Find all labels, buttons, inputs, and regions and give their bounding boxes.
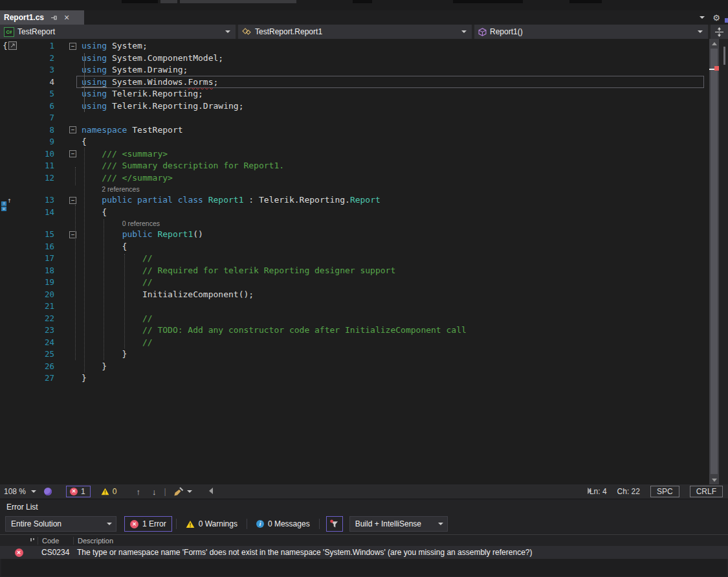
- code-line-15[interactable]: 15 public Report1(): [0, 229, 709, 241]
- code-column-header[interactable]: Code: [38, 537, 73, 545]
- chevron-down-icon[interactable]: [187, 490, 192, 493]
- zoom-level-select[interactable]: 108 %: [4, 487, 36, 496]
- tab-report1cs[interactable]: Report1.cs ×: [0, 10, 84, 25]
- error-row[interactable]: ✕CS0234The type or namespace name 'Forms…: [0, 546, 728, 559]
- code-line-4[interactable]: 4using System.Windows.Forms;: [0, 76, 709, 89]
- health-indicator-icon[interactable]: [44, 488, 52, 495]
- fold-margin: [54, 289, 82, 301]
- code-text: }: [82, 361, 709, 373]
- messages-toggle-button[interactable]: i 0 Messages: [251, 516, 315, 532]
- code-line-14[interactable]: 14 {: [0, 207, 709, 219]
- project-dropdown[interactable]: C# TestReport: [0, 25, 236, 39]
- warning-icon: [101, 488, 109, 495]
- gear-icon[interactable]: ⚙: [712, 14, 720, 22]
- code-text: //: [82, 313, 709, 325]
- code-line-20[interactable]: 20 InitializeComponent();: [0, 289, 709, 301]
- code-line-21[interactable]: 21: [0, 300, 709, 313]
- member-dropdown[interactable]: Report1(): [474, 25, 708, 39]
- hscroll-left-icon[interactable]: [209, 487, 213, 496]
- inheritance-margin-icon[interactable]: Io↑: [0, 194, 14, 207]
- filter-icon: [329, 519, 339, 528]
- prev-error-icon[interactable]: ↑: [136, 487, 140, 497]
- description-column-header[interactable]: Description: [73, 537, 728, 545]
- code-line-8[interactable]: 8namespace TestReport: [0, 124, 709, 137]
- code-line-13[interactable]: Io↑13 public partial class Report1 : Tel…: [0, 194, 709, 207]
- fold-toggle[interactable]: [69, 43, 76, 50]
- fold-toggle[interactable]: [69, 197, 76, 204]
- code-line-19[interactable]: 19 //: [0, 277, 709, 289]
- glyph-margin: [0, 160, 14, 172]
- code-line-11[interactable]: 11 /// Summary description for Report1.: [0, 160, 709, 172]
- scope-dropdown[interactable]: Entire Solution: [5, 516, 116, 532]
- code-line-25[interactable]: 25 }: [0, 348, 709, 361]
- line-number: 9: [14, 136, 54, 148]
- error-count-button[interactable]: ✕ 1: [66, 486, 91, 497]
- fold-margin: [54, 348, 82, 361]
- code-line-2[interactable]: 2using System.ComponentModel;: [0, 52, 709, 65]
- warning-count: 0: [113, 487, 117, 496]
- fold-toggle[interactable]: [69, 126, 76, 133]
- close-icon[interactable]: ×: [64, 14, 69, 21]
- glyph-margin: [0, 277, 14, 289]
- code-line-22[interactable]: 22 //: [0, 313, 709, 325]
- fold-margin: [54, 277, 82, 289]
- code-line-26[interactable]: 26 }: [0, 361, 709, 373]
- type-dropdown[interactable]: TestReport.Report1: [238, 25, 472, 39]
- line-number: 21: [14, 300, 54, 313]
- vertical-scrollbar[interactable]: [709, 39, 719, 484]
- fold-toggle[interactable]: [69, 150, 76, 157]
- scrollbar-down-icon[interactable]: [709, 475, 719, 484]
- filter-mode-dropdown[interactable]: Build + IntelliSense: [349, 516, 448, 532]
- code-line-10[interactable]: 10 /// <summary>: [0, 148, 709, 161]
- code-text: //: [82, 277, 709, 289]
- code-line-3[interactable]: 3using System.Drawing;: [0, 64, 709, 76]
- indent-guide: [104, 220, 104, 360]
- code-line-18[interactable]: 18 // Required for telerik Reporting des…: [0, 265, 709, 277]
- tab-list-chevron-down-icon[interactable]: [700, 16, 705, 19]
- errors-toggle-button[interactable]: ✕ 1 Error: [124, 516, 172, 532]
- fold-margin: [54, 300, 82, 313]
- warning-count-button[interactable]: 0: [101, 487, 117, 496]
- pin-icon[interactable]: [50, 14, 58, 21]
- code-line-6[interactable]: 6using Telerik.Reporting.Drawing;: [0, 100, 709, 113]
- class-icon: [242, 28, 252, 36]
- scrollbar-thumb[interactable]: [711, 49, 718, 474]
- code-editor[interactable]: {1using System;2using System.ComponentMo…: [0, 39, 728, 484]
- code-line-27[interactable]: 27}: [0, 372, 709, 385]
- code-cleanup-icon[interactable]: [173, 487, 184, 496]
- split-editor-button[interactable]: [711, 25, 728, 39]
- code-line-5[interactable]: 5using Telerik.Reporting;: [0, 88, 709, 100]
- fold-margin: [54, 88, 82, 100]
- filter-button[interactable]: [326, 516, 343, 532]
- tab-bar: Report1.cs × ⚙: [0, 10, 728, 25]
- glyph-margin: [0, 372, 14, 385]
- code-line-7[interactable]: 7: [0, 112, 709, 124]
- code-line-9[interactable]: 9{: [0, 136, 709, 148]
- divider: [319, 519, 320, 529]
- toolbar-fragment: [180, 0, 296, 3]
- quick-action-icon[interactable]: {: [0, 40, 14, 52]
- line-number: 23: [14, 324, 54, 337]
- line-indicator[interactable]: Ln: 4: [590, 487, 607, 496]
- codelens-references[interactable]: 0 references: [0, 218, 709, 229]
- warnings-toggle-button[interactable]: 0 Warnings: [181, 516, 243, 532]
- code-line-12[interactable]: 12 /// </summary>: [0, 172, 709, 185]
- code-line-16[interactable]: 16 {: [0, 241, 709, 253]
- spaces-indicator[interactable]: SPC: [650, 486, 679, 497]
- line-number: 10: [14, 148, 54, 161]
- line-ending-indicator[interactable]: CRLF: [690, 486, 723, 497]
- scrollbar-up-icon[interactable]: [709, 39, 719, 48]
- code-line-23[interactable]: 23 // TODO: Add any constructor code aft…: [0, 324, 709, 337]
- code-line-24[interactable]: 24 //: [0, 337, 709, 349]
- code-text: using System.Windows.Forms;: [82, 76, 709, 89]
- column-indicator[interactable]: Ch: 22: [617, 487, 640, 496]
- severity-column-icon[interactable]: [0, 537, 38, 543]
- next-error-icon[interactable]: ↓: [152, 487, 157, 497]
- codelens-references[interactable]: 2 references: [0, 184, 709, 194]
- glyph-margin: [0, 100, 14, 113]
- code-line-1[interactable]: {1using System;: [0, 40, 709, 52]
- code-text: {: [82, 241, 709, 253]
- glyph-margin: [0, 229, 14, 241]
- line-number: 13: [14, 194, 54, 207]
- code-line-17[interactable]: 17 //: [0, 253, 709, 265]
